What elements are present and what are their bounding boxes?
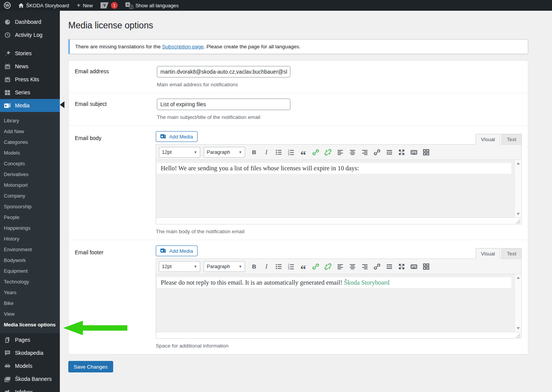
align-left-button[interactable] bbox=[334, 261, 346, 272]
sidebar-item-sponsorship[interactable]: Sponsorship bbox=[0, 201, 60, 212]
sidebar-item-press-kits[interactable]: Press Kits bbox=[0, 73, 60, 86]
sidebar-item-bodywork[interactable]: Bodywork bbox=[0, 255, 60, 265]
scroll-down-icon[interactable] bbox=[517, 327, 520, 329]
link-button[interactable] bbox=[371, 261, 382, 272]
font-size-select[interactable]: 12pt▼ bbox=[159, 147, 200, 158]
sidebar-item-stories[interactable]: Stories bbox=[0, 47, 60, 60]
italic-button[interactable]: I bbox=[261, 261, 272, 272]
sidebar-item-skoda-banners[interactable]: Škoda Banners bbox=[0, 372, 60, 385]
sidebar-item-pages[interactable]: Pages bbox=[0, 333, 60, 346]
keyboard-shortcuts-button[interactable] bbox=[408, 147, 419, 158]
sidebar-item-environment[interactable]: Environment bbox=[0, 244, 60, 255]
sidebar-item-categories[interactable]: Categories bbox=[0, 137, 60, 147]
fullscreen-button[interactable] bbox=[396, 261, 407, 272]
bullet-list-button[interactable] bbox=[273, 147, 284, 158]
sidebar-item-equipment[interactable]: Equipment bbox=[0, 265, 60, 276]
sidebar-item-history[interactable]: History bbox=[0, 233, 60, 244]
align-left-button[interactable] bbox=[334, 147, 346, 158]
resize-grip[interactable] bbox=[516, 219, 521, 224]
paragraph-select[interactable]: Paragraph▼ bbox=[204, 261, 245, 272]
editor-paragraph[interactable]: Hello! We are sending you a list of file… bbox=[157, 163, 511, 174]
editor-scrollbar[interactable] bbox=[514, 160, 521, 217]
insert-link-button[interactable] bbox=[310, 147, 321, 158]
bullet-list-button[interactable] bbox=[273, 261, 284, 272]
sidebar-item-happenings[interactable]: Happenings bbox=[0, 222, 60, 233]
add-media-button[interactable]: Add Media bbox=[156, 131, 198, 142]
bold-button[interactable]: B bbox=[249, 147, 260, 158]
read-more-button[interactable] bbox=[384, 147, 395, 158]
scroll-down-icon[interactable] bbox=[517, 213, 520, 215]
sidebar-item-models-cpt[interactable]: Models bbox=[0, 359, 60, 372]
sidebar-item-years[interactable]: Years bbox=[0, 287, 60, 298]
sidebar-item-media-license-options[interactable]: Media license options bbox=[0, 319, 60, 330]
new-button[interactable]: + New bbox=[73, 0, 97, 11]
save-changes-button[interactable]: Save Changes bbox=[68, 361, 113, 372]
chevron-down-icon: ▼ bbox=[239, 265, 242, 268]
scroll-up-icon[interactable] bbox=[517, 162, 520, 165]
sidebar-item-add-new[interactable]: Add New bbox=[0, 126, 60, 137]
editor-content-area[interactable]: Please do not reply to this email. It is… bbox=[156, 274, 521, 332]
sidebar-item-library[interactable]: Library bbox=[0, 115, 60, 126]
sidebar-item-concepts[interactable]: Concepts bbox=[0, 158, 60, 169]
sidebar-item-technology[interactable]: Technology bbox=[0, 276, 60, 287]
sidebar-item-infobox[interactable]: Infobox bbox=[0, 385, 60, 392]
scroll-up-icon[interactable] bbox=[517, 277, 520, 279]
sidebar-item-models[interactable]: Models bbox=[0, 147, 60, 158]
read-more-button[interactable] bbox=[384, 261, 395, 272]
sidebar-item-news[interactable]: News bbox=[0, 60, 60, 73]
skoda-storyboard-link[interactable]: Škoda Storyboard bbox=[344, 279, 389, 286]
fullscreen-button[interactable] bbox=[396, 147, 407, 158]
dashboard-label: Dashboard bbox=[15, 19, 41, 25]
visual-tab[interactable]: Visual bbox=[476, 248, 501, 259]
email-address-input[interactable] bbox=[157, 66, 290, 77]
font-size-select[interactable]: 12pt▼ bbox=[159, 261, 200, 272]
bold-button[interactable]: B bbox=[249, 261, 260, 272]
sidebar-item-series[interactable]: Series bbox=[0, 86, 60, 99]
show-all-languages-button[interactable]: A★ Show all languages bbox=[122, 0, 183, 11]
sidebar-item-view[interactable]: View bbox=[0, 308, 60, 319]
editor-paragraph[interactable]: Please do not reply to this email. It is… bbox=[157, 277, 511, 288]
paragraph-select[interactable]: Paragraph▼ bbox=[204, 147, 245, 158]
add-media-button[interactable]: Add Media bbox=[156, 245, 198, 256]
italic-button[interactable]: I bbox=[261, 147, 272, 158]
text-tab[interactable]: Text bbox=[501, 248, 522, 259]
blockquote-button[interactable]: “ bbox=[298, 147, 309, 158]
sidebar-item-derivatives[interactable]: Derivatives bbox=[0, 169, 60, 180]
news-label: News bbox=[15, 63, 28, 69]
align-center-button[interactable] bbox=[347, 147, 358, 158]
sidebar-item-media[interactable]: Media bbox=[0, 99, 60, 112]
numbered-list-button[interactable]: 123 bbox=[285, 261, 297, 272]
site-name-link[interactable]: ŠKODA Storyboard bbox=[15, 0, 73, 11]
align-right-button[interactable] bbox=[359, 147, 370, 158]
email-subject-input[interactable] bbox=[157, 99, 290, 110]
subscription-page-link[interactable]: Subscription page bbox=[162, 44, 204, 49]
sidebar-item-people[interactable]: People bbox=[0, 212, 60, 222]
link-button[interactable] bbox=[371, 147, 382, 158]
align-right-button[interactable] bbox=[359, 261, 370, 272]
numbered-list-button[interactable]: 123 bbox=[285, 147, 297, 158]
sidebar-item-bike[interactable]: Bike bbox=[0, 298, 60, 308]
yoast-icon: Y bbox=[101, 2, 109, 8]
remove-link-button[interactable] bbox=[322, 261, 333, 272]
remove-link-button[interactable] bbox=[322, 147, 333, 158]
blockquote-button[interactable]: “ bbox=[298, 261, 309, 272]
sidebar-item-motorsport[interactable]: Motorsport bbox=[0, 180, 60, 190]
insert-link-button[interactable] bbox=[310, 261, 321, 272]
grid-view-button[interactable] bbox=[420, 261, 432, 272]
wordpress-logo[interactable]: W bbox=[0, 0, 15, 11]
resize-grip[interactable] bbox=[516, 333, 521, 338]
keyboard-shortcuts-button[interactable] bbox=[408, 261, 419, 272]
editor-content-area[interactable]: Hello! We are sending you a list of file… bbox=[156, 160, 521, 217]
align-center-button[interactable] bbox=[347, 261, 358, 272]
sidebar-item-skodapedia[interactable]: Skodapedia bbox=[0, 346, 60, 359]
yoast-seo-button[interactable]: Y 1 bbox=[97, 0, 122, 11]
sidebar-item-company[interactable]: Company bbox=[0, 190, 60, 201]
media-icon bbox=[3, 102, 11, 109]
grid-view-button[interactable] bbox=[420, 147, 432, 158]
editor-statusbar bbox=[156, 217, 521, 224]
text-tab[interactable]: Text bbox=[501, 134, 522, 145]
visual-tab[interactable]: Visual bbox=[476, 134, 501, 145]
editor-scrollbar[interactable] bbox=[514, 274, 521, 332]
sidebar-item-dashboard[interactable]: Dashboard bbox=[0, 15, 60, 28]
sidebar-item-activity-log[interactable]: Activity Log bbox=[0, 28, 60, 41]
